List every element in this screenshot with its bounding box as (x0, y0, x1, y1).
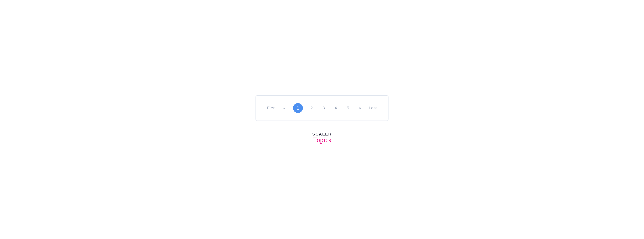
last-button[interactable]: Last (369, 105, 377, 111)
page-2-button[interactable]: 2 (308, 105, 315, 111)
brand-logo: SCALER Topics (312, 132, 332, 144)
brand-name-bottom: Topics (313, 136, 331, 144)
page-5-button[interactable]: 5 (344, 105, 351, 111)
pagination-container: First « 1 2 3 4 5 » Last (256, 95, 388, 121)
brand-name-top: SCALER (312, 132, 332, 136)
next-button[interactable]: » (357, 105, 364, 111)
page-3-button[interactable]: 3 (320, 105, 327, 111)
pagination-nav: First « 1 2 3 4 5 » Last (267, 103, 377, 113)
page-4-button[interactable]: 4 (332, 105, 339, 111)
page-1-button[interactable]: 1 (293, 103, 303, 113)
first-button[interactable]: First (267, 105, 276, 111)
prev-button[interactable]: « (281, 105, 288, 111)
